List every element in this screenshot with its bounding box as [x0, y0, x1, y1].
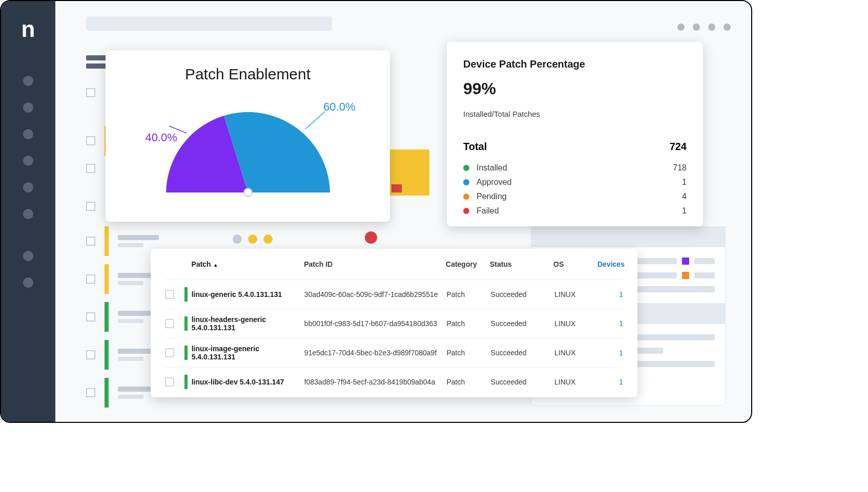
sort-asc-icon: ▲	[213, 262, 218, 268]
status-stripe	[184, 346, 188, 360]
patch-category: Patch	[446, 290, 490, 298]
device-patch-percentage-card: Device Patch Percentage 99% Installed/To…	[447, 42, 703, 226]
col-patch[interactable]: Patch▲	[192, 260, 304, 268]
gauge-label-right: 60.0%	[323, 100, 355, 114]
card-title: Patch Enablement	[185, 66, 311, 83]
patch-id: bb001f0f-c983-5d17-b607-da954180d363	[304, 319, 447, 328]
action-dot-3[interactable]	[708, 24, 715, 31]
patch-category: Patch	[446, 319, 490, 328]
patch-id: 91e5dc17-70d4-5bec-b2e3-d989f7080a9f	[304, 349, 447, 357]
total-value: 724	[670, 141, 687, 153]
stat-label: Installed	[477, 163, 507, 173]
stat-label: Failed	[477, 206, 499, 216]
progress-subtitle: Installed/Total Patches	[463, 110, 687, 118]
status-dot	[463, 165, 469, 171]
title-placeholder	[86, 16, 332, 31]
stat-value: 718	[673, 163, 687, 173]
nav-item-5[interactable]	[23, 182, 33, 192]
bg-dot-row	[233, 234, 273, 244]
stat-row: Failed 1	[463, 204, 687, 218]
bg-row	[86, 88, 95, 97]
stat-value: 1	[682, 178, 687, 187]
app-frame: n	[0, 0, 752, 423]
stat-value: 1	[682, 206, 687, 216]
patch-status: Succeeded	[491, 349, 554, 357]
patch-status: Succeeded	[491, 290, 554, 298]
bg-row	[86, 202, 95, 211]
bg-row	[86, 302, 159, 332]
patch-name: linux-generic 5.4.0.131.131	[192, 290, 304, 298]
col-patch-id[interactable]: Patch ID	[304, 260, 446, 268]
card-title: Device Patch Percentage	[463, 58, 687, 70]
table-header: Patch▲ Patch ID Category Status OS Devic…	[165, 249, 623, 280]
gauge-label-left: 40.0%	[146, 131, 177, 144]
action-dot-2[interactable]	[693, 24, 700, 31]
app-logo: n	[22, 16, 35, 42]
patch-enablement-card: Patch Enablement 40.0% 60.0%	[106, 50, 390, 222]
nav-item-1[interactable]	[23, 76, 33, 86]
patch-os: LINUX	[554, 319, 598, 328]
table-row[interactable]: linux-image-generic 5.4.0.131.131 91e5dc…	[165, 338, 623, 367]
stat-value: 4	[682, 192, 687, 201]
gauge-chart: 40.0% 60.0%	[140, 95, 356, 206]
total-label: Total	[463, 141, 487, 153]
status-dot	[463, 208, 469, 214]
nav-item-6[interactable]	[23, 209, 33, 219]
patch-os: LINUX	[554, 349, 598, 357]
bg-red-dot	[365, 231, 377, 244]
patch-id: 30ad409c-60ac-509c-9df7-1cad6b29551e	[304, 290, 447, 298]
status-stripe	[184, 375, 188, 389]
patch-os: LINUX	[554, 290, 598, 298]
row-checkbox[interactable]	[165, 377, 174, 387]
table-row[interactable]: linux-libc-dev 5.4.0-131.147 f083ad89-7f…	[165, 367, 623, 396]
status-stripe	[184, 316, 188, 331]
nav-item-7[interactable]	[23, 251, 33, 261]
col-os[interactable]: OS	[553, 260, 597, 268]
bg-row	[86, 264, 159, 294]
bg-row	[86, 226, 159, 256]
stat-label: Pending	[477, 192, 507, 201]
device-count-link[interactable]: 1	[598, 349, 623, 357]
patch-name: linux-headers-generic 5.4.0.131.131	[192, 315, 304, 332]
patch-name: linux-libc-dev 5.4.0-131.147	[192, 378, 304, 386]
col-status[interactable]: Status	[490, 260, 553, 268]
table-row[interactable]: linux-headers-generic 5.4.0.131.131 bb00…	[165, 309, 623, 338]
status-stripe	[184, 287, 188, 302]
bg-red-strip	[391, 184, 402, 192]
table-row[interactable]: linux-generic 5.4.0.131.131 30ad409c-60a…	[165, 280, 623, 309]
percentage-value: 99%	[463, 79, 687, 98]
row-checkbox[interactable]	[165, 290, 174, 299]
nav-item-8[interactable]	[23, 277, 33, 288]
sidebar: n	[1, 1, 55, 422]
action-dot-1[interactable]	[677, 24, 685, 31]
stat-row: Approved 1	[463, 175, 687, 189]
action-dot-4[interactable]	[724, 24, 731, 31]
nav-item-4[interactable]	[23, 156, 33, 166]
patch-table-card: Patch▲ Patch ID Category Status OS Devic…	[151, 249, 637, 397]
patch-id: f083ad89-7f94-5ecf-a23d-8419b09ab04a	[304, 378, 447, 386]
device-count-link[interactable]: 1	[598, 319, 623, 328]
patch-category: Patch	[446, 349, 490, 357]
device-count-link[interactable]: 1	[598, 290, 623, 298]
svg-point-0	[244, 188, 252, 197]
col-category[interactable]: Category	[446, 260, 490, 268]
patch-status: Succeeded	[491, 378, 554, 386]
bg-row	[86, 378, 159, 408]
patch-os: LINUX	[554, 378, 598, 386]
row-checkbox[interactable]	[165, 348, 174, 357]
nav-item-3[interactable]	[23, 129, 33, 139]
nav-item-2[interactable]	[23, 102, 33, 113]
status-dot	[463, 194, 469, 200]
patch-category: Patch	[446, 378, 490, 386]
total-row: Total 724	[463, 141, 687, 153]
svg-line-2	[305, 112, 325, 129]
col-devices[interactable]: Devices	[597, 260, 623, 268]
stat-row: Pending 4	[463, 189, 687, 204]
row-checkbox[interactable]	[165, 319, 174, 328]
stat-label: Approved	[477, 178, 512, 187]
patch-name: linux-image-generic 5.4.0.131.131	[192, 345, 304, 361]
stat-row: Installed 718	[463, 161, 687, 175]
bg-row	[86, 340, 159, 370]
patch-status: Succeeded	[491, 319, 554, 328]
device-count-link[interactable]: 1	[598, 378, 623, 386]
